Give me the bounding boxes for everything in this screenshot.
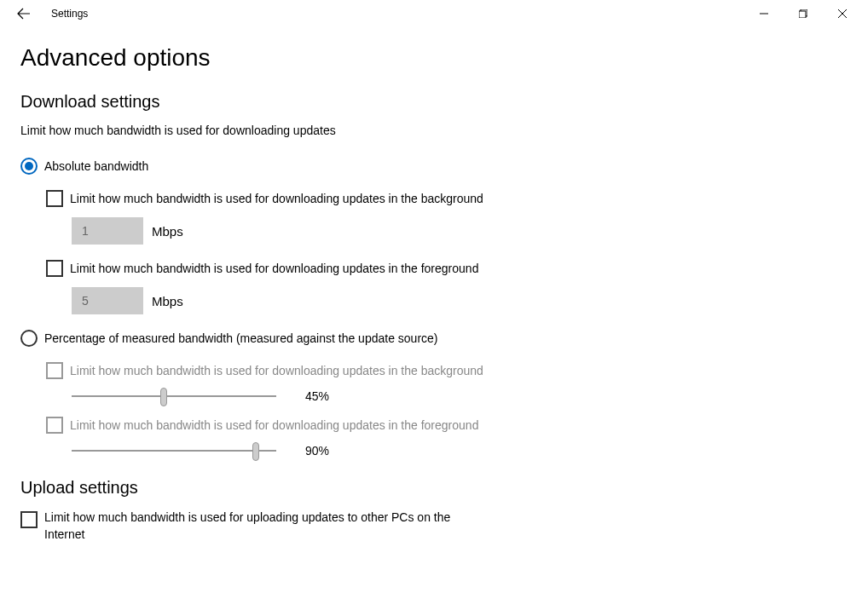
minimize-icon — [760, 9, 768, 18]
absolute-bg-unit: Mbps — [152, 224, 183, 239]
checkbox-icon-disabled — [46, 362, 63, 379]
radio-percentage-label: Percentage of measured bandwidth (measur… — [44, 331, 438, 345]
download-section-title: Download settings — [20, 92, 842, 112]
checkbox-icon-disabled — [46, 417, 63, 434]
absolute-subgroup: Limit how much bandwidth is used for dow… — [46, 190, 842, 314]
window-title: Settings — [51, 8, 88, 20]
checkbox-absolute-bg[interactable]: Limit how much bandwidth is used for dow… — [46, 190, 842, 207]
absolute-fg-unit: Mbps — [152, 294, 183, 308]
radio-absolute-label: Absolute bandwidth — [44, 159, 148, 173]
checkbox-upload-limit[interactable]: Limit how much bandwidth is used for upl… — [20, 509, 842, 543]
radio-icon-selected — [20, 158, 38, 175]
checkbox-icon — [46, 190, 63, 207]
upload-section: Upload settings Limit how much bandwidth… — [20, 478, 842, 543]
absolute-bg-input-row: Mbps — [72, 217, 842, 245]
absolute-bg-input[interactable] — [72, 217, 143, 245]
back-button[interactable] — [10, 0, 38, 27]
slider-thumb — [160, 388, 167, 406]
checkbox-absolute-fg[interactable]: Limit how much bandwidth is used for dow… — [46, 260, 842, 277]
checkbox-percentage-fg: Limit how much bandwidth is used for dow… — [46, 417, 842, 434]
radio-icon-unselected — [20, 330, 38, 347]
page-title: Advanced options — [20, 44, 842, 72]
radio-percentage-bandwidth[interactable]: Percentage of measured bandwidth (measur… — [20, 330, 842, 347]
window-controls — [744, 0, 862, 27]
percentage-bg-slider-row: 45% — [72, 389, 842, 403]
checkbox-percentage-bg-label: Limit how much bandwidth is used for dow… — [70, 364, 483, 377]
percentage-fg-slider — [72, 450, 276, 452]
back-arrow-icon — [17, 7, 31, 20]
percentage-subgroup: Limit how much bandwidth is used for dow… — [46, 362, 842, 458]
close-icon — [838, 9, 847, 18]
percentage-bg-value: 45% — [305, 389, 329, 403]
checkbox-absolute-bg-label: Limit how much bandwidth is used for dow… — [70, 192, 483, 205]
checkbox-upload-label: Limit how much bandwidth is used for upl… — [44, 509, 488, 543]
percentage-fg-value: 90% — [305, 444, 329, 458]
svg-rect-1 — [799, 11, 806, 18]
slider-thumb — [252, 442, 259, 461]
absolute-fg-input[interactable] — [72, 287, 143, 314]
percentage-fg-slider-row: 90% — [72, 444, 842, 458]
percentage-bg-slider — [72, 395, 276, 397]
minimize-button[interactable] — [744, 0, 784, 27]
titlebar: Settings — [0, 0, 862, 27]
upload-section-title: Upload settings — [20, 478, 842, 498]
content-area: Advanced options Download settings Limit… — [0, 27, 862, 543]
close-button[interactable] — [823, 0, 862, 27]
download-description: Limit how much bandwidth is used for dow… — [20, 124, 842, 137]
maximize-button[interactable] — [784, 0, 823, 27]
radio-absolute-bandwidth[interactable]: Absolute bandwidth — [20, 158, 842, 175]
checkbox-absolute-fg-label: Limit how much bandwidth is used for dow… — [70, 262, 478, 275]
maximize-icon — [799, 9, 807, 18]
checkbox-percentage-bg: Limit how much bandwidth is used for dow… — [46, 362, 842, 379]
absolute-fg-input-row: Mbps — [72, 287, 842, 314]
checkbox-percentage-fg-label: Limit how much bandwidth is used for dow… — [70, 418, 478, 432]
checkbox-icon — [46, 260, 63, 277]
checkbox-icon — [20, 511, 38, 528]
